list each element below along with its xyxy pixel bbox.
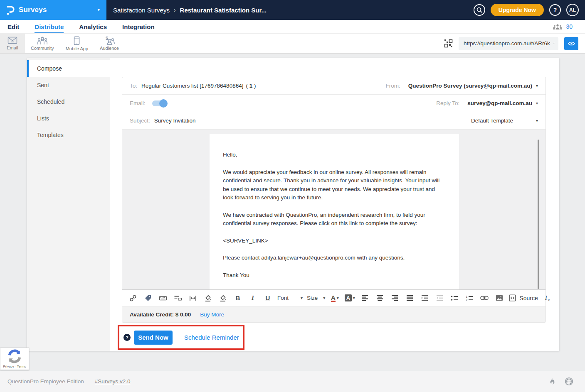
breadcrumb: Satisfaction Surveys › Restaurant Satisf…	[106, 0, 267, 20]
schedule-reminder-link[interactable]: Schedule Reminder	[184, 334, 239, 341]
sidebar-item-scheduled[interactable]: Scheduled	[27, 93, 110, 110]
send-now-button[interactable]: Send Now	[134, 331, 173, 345]
help-button[interactable]: ?	[549, 4, 561, 16]
to-recipient-list[interactable]: Regular Customers list [1769786480864]	[141, 83, 243, 89]
tag-icon[interactable]	[143, 292, 153, 304]
buy-more-link[interactable]: Buy More	[200, 311, 224, 318]
header-actions: Upgrade Now ? AL	[474, 0, 585, 20]
bullet-list-icon[interactable]	[449, 292, 460, 304]
version-link[interactable]: #Surveys v2.0	[95, 378, 131, 385]
email-toggle[interactable]	[152, 100, 167, 106]
tab-analytics[interactable]: Analytics	[79, 23, 107, 30]
distribute-channelbar: Email Community Mobile App $ Audienc	[0, 34, 585, 54]
sidebar-item-compose[interactable]: Compose	[27, 60, 110, 77]
email-paragraph: <SURVEY_LINK>	[223, 237, 446, 245]
italic-button[interactable]: I	[247, 292, 258, 304]
source-button[interactable]: Source	[509, 292, 538, 304]
email-sidebar: Compose Sent Scheduled Lists Templates	[27, 58, 110, 351]
channel-mobile-app[interactable]: Mobile App	[60, 34, 94, 53]
top-header: Surveys ▾ Satisfaction Surveys › Restaur…	[0, 0, 585, 20]
align-justify-icon[interactable]	[404, 292, 415, 304]
questionpro-logo-icon	[6, 5, 15, 15]
insert-divider-mail-icon[interactable]	[173, 292, 183, 304]
recaptcha-badge: Privacy - Terms	[0, 348, 29, 370]
recaptcha-privacy-terms[interactable]: Privacy - Terms	[3, 365, 26, 368]
subject-template-row: Subject: Survey Invitation Default Templ…	[122, 112, 546, 130]
email-body-editor[interactable]: Hello,We would appreciate your feedback …	[210, 134, 459, 289]
reply-to-value[interactable]: survey@qp-mail.com.au	[467, 100, 532, 106]
help-icon[interactable]: ?	[123, 334, 131, 341]
bg-color-dropdown[interactable]: A▾	[344, 292, 355, 304]
insert-link-icon[interactable]	[479, 292, 490, 304]
qr-code-icon	[444, 39, 453, 48]
chevron-down-icon: ▾	[97, 7, 100, 12]
preview-button[interactable]	[564, 37, 578, 50]
search-button[interactable]	[474, 4, 485, 16]
align-center-icon[interactable]	[374, 292, 385, 304]
from-label: From:	[385, 83, 400, 89]
edit-pencil-icon[interactable]	[553, 40, 555, 47]
svg-text:2: 2	[466, 298, 468, 301]
breadcrumb-separator-icon: ›	[174, 7, 176, 13]
email-envelope-icon	[7, 37, 17, 44]
channel-audience[interactable]: $ Audience	[94, 34, 125, 53]
recaptcha-logo-icon	[7, 349, 22, 363]
insert-image-icon[interactable]	[494, 292, 505, 304]
fill-color-icon[interactable]	[202, 292, 213, 304]
fill-color-alt-icon[interactable]	[217, 292, 228, 304]
breadcrumb-parent[interactable]: Satisfaction Surveys	[113, 7, 170, 14]
indent-increase-icon[interactable]	[419, 292, 430, 304]
respondent-count[interactable]: 30	[566, 23, 573, 30]
font-dropdown[interactable]: Font▾	[277, 292, 303, 304]
sidebar-item-sent[interactable]: Sent	[27, 77, 110, 93]
anchor-link-icon[interactable]	[128, 292, 138, 304]
survey-url[interactable]: https://questionpro.com.au/t/ARr6k	[464, 40, 550, 47]
whats-new-flame-icon[interactable]	[548, 377, 556, 386]
chevron-down-icon[interactable]: ▾	[536, 83, 538, 88]
align-right-icon[interactable]	[389, 292, 400, 304]
indent-decrease-icon[interactable]	[434, 292, 445, 304]
email-paragraph: Hello,	[223, 151, 446, 159]
app-title: Surveys	[19, 6, 47, 14]
template-select[interactable]: Default Template	[471, 118, 513, 124]
sidebar-item-lists[interactable]: Lists	[27, 110, 110, 127]
keyboard-icon[interactable]	[158, 292, 168, 304]
sidebar-item-templates[interactable]: Templates	[27, 127, 110, 143]
community-people-icon	[37, 36, 48, 45]
text-color-dropdown[interactable]: A▾	[329, 292, 340, 304]
chevron-down-icon[interactable]: ▾	[536, 118, 538, 123]
numbered-list-icon[interactable]: 12	[464, 292, 475, 304]
bold-button[interactable]: B	[232, 292, 243, 304]
upgrade-now-button[interactable]: Upgrade Now	[491, 4, 544, 16]
email-replyto-row: Email: Reply To: survey@qp-mail.com.au ▾	[122, 95, 546, 112]
support-headset-icon[interactable]	[565, 377, 573, 386]
chevron-down-icon: ▾	[323, 296, 325, 300]
tab-distribute[interactable]: Distribute	[35, 23, 64, 30]
audience-dollar-people-icon: $	[104, 36, 115, 45]
subject-value[interactable]: Survey Invitation	[154, 118, 196, 124]
channel-label: Mobile App	[66, 46, 88, 51]
edition-label: QuestionPro Employee Edition	[7, 378, 84, 385]
tab-edit[interactable]: Edit	[7, 23, 19, 30]
channel-email[interactable]: Email	[0, 34, 25, 53]
survey-url-field[interactable]: https://questionpro.com.au/t/ARr6k	[459, 37, 558, 50]
app-switcher[interactable]: Surveys ▾	[0, 0, 106, 20]
line-width-icon[interactable]	[188, 292, 198, 304]
qr-code-button[interactable]	[444, 39, 453, 48]
remove-format-icon[interactable]: Ix	[542, 292, 553, 304]
underline-button[interactable]: U	[262, 292, 273, 304]
avatar[interactable]: AL	[566, 4, 579, 16]
size-dropdown[interactable]: Size▾	[307, 292, 325, 304]
align-left-icon[interactable]	[359, 292, 370, 304]
channel-community[interactable]: Community	[25, 34, 60, 53]
email-body-area: Hello,We would appreciate your feedback …	[122, 130, 546, 290]
respondents-icon	[553, 24, 562, 30]
chevron-down-icon[interactable]: ▾	[536, 101, 538, 105]
email-paragraph: Please contact aditya.lanjewar+au@questi…	[223, 254, 446, 262]
from-value[interactable]: QuestionPro Survey (survey@qp-mail.com.a…	[408, 83, 532, 89]
reply-to-label: Reply To:	[436, 100, 459, 106]
available-credit: Available Credit: $ 0.00	[130, 311, 191, 318]
tab-integration[interactable]: Integration	[122, 23, 155, 30]
chevron-down-icon: ▾	[353, 296, 355, 300]
body-scrollbar[interactable]	[538, 140, 539, 289]
